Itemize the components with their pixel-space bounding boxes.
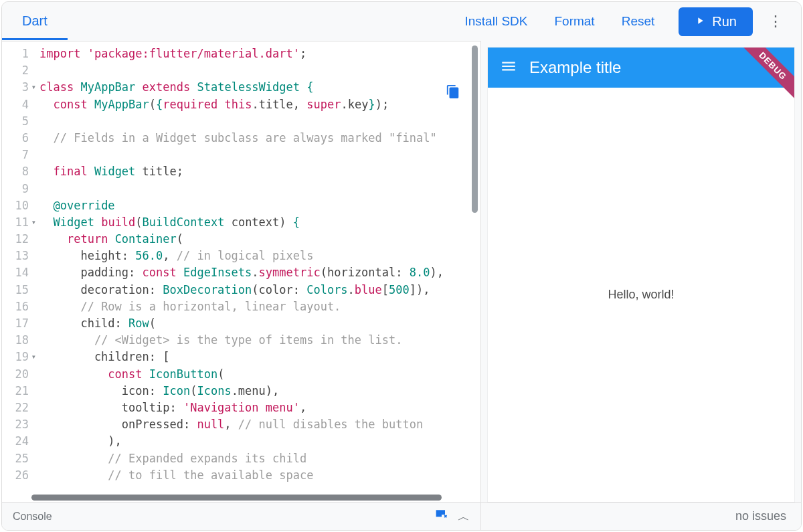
console-label: Console bbox=[13, 511, 426, 523]
line-number: 1 bbox=[2, 46, 29, 62]
line-number: 13 bbox=[2, 248, 29, 264]
line-number: 23 bbox=[2, 416, 29, 433]
overflow-menu-button[interactable]: ⋮ bbox=[762, 8, 789, 35]
app-preview: Example title Hello, world! DEBUG bbox=[488, 48, 794, 502]
code-line[interactable]: ), bbox=[39, 433, 480, 450]
line-number: 5 bbox=[2, 113, 29, 130]
chevron-up-icon: ︿ bbox=[458, 510, 470, 523]
line-number: 25 bbox=[2, 450, 29, 467]
toolbar: Dart Install SDK Format Reset Run ⋮ bbox=[2, 2, 801, 41]
line-number: 2 bbox=[2, 62, 29, 79]
code-line[interactable]: final Widget title; bbox=[39, 163, 480, 180]
line-number: 15 bbox=[2, 282, 29, 298]
more-vert-icon: ⋮ bbox=[768, 13, 783, 30]
line-number: 16 bbox=[2, 298, 29, 315]
code-line[interactable] bbox=[39, 147, 480, 163]
code-line[interactable]: // to fill the available space bbox=[39, 467, 480, 484]
code-line[interactable]: const IconButton( bbox=[39, 366, 480, 383]
copy-code-button[interactable] bbox=[446, 84, 460, 99]
code-line[interactable] bbox=[39, 181, 480, 197]
code-line[interactable]: padding: const EdgeInsets.symmetric(hori… bbox=[39, 264, 480, 281]
line-number: 21 bbox=[2, 383, 29, 400]
code-line[interactable]: children: [ bbox=[39, 349, 480, 365]
console-toggle-button[interactable]: ︿ bbox=[458, 509, 470, 525]
line-number: 19 bbox=[2, 349, 29, 365]
copy-icon bbox=[446, 90, 460, 101]
code-line[interactable]: return Container( bbox=[39, 231, 480, 248]
vertical-scrollbar[interactable] bbox=[472, 46, 478, 213]
tab-dart[interactable]: Dart bbox=[2, 3, 68, 40]
clear-icon bbox=[435, 511, 448, 524]
line-number: 18 bbox=[2, 332, 29, 349]
line-number: 22 bbox=[2, 400, 29, 416]
code-line[interactable]: icon: Icon(Icons.menu), bbox=[39, 383, 480, 400]
nav-menu-button[interactable] bbox=[500, 58, 517, 78]
preview-pane: Example title Hello, world! DEBUG no iss… bbox=[481, 41, 801, 530]
run-button-label: Run bbox=[712, 14, 737, 29]
line-number: 8 bbox=[2, 163, 29, 180]
code-line[interactable] bbox=[39, 62, 480, 79]
code-line[interactable]: // Fields in a Widget subclass are alway… bbox=[39, 130, 480, 147]
preview-body: Hello, world! bbox=[488, 88, 794, 502]
code-line[interactable]: // <Widget> is the type of items in the … bbox=[39, 332, 480, 349]
code-line[interactable] bbox=[39, 113, 480, 130]
code-line[interactable]: onPressed: null, // null disables the bu… bbox=[39, 416, 480, 433]
line-number: 10 bbox=[2, 197, 29, 214]
clear-console-button[interactable] bbox=[435, 508, 448, 525]
line-number: 6 bbox=[2, 130, 29, 147]
appbar-title: Example title bbox=[529, 58, 621, 77]
install-sdk-button[interactable]: Install SDK bbox=[454, 9, 538, 34]
code-line[interactable]: @override bbox=[39, 197, 480, 214]
code-line[interactable]: height: 56.0, // in logical pixels bbox=[39, 248, 480, 264]
console-bar: Console ︿ bbox=[2, 502, 480, 530]
code-line[interactable]: decoration: BoxDecoration(color: Colors.… bbox=[39, 282, 480, 298]
code-line[interactable]: // Expanded expands its child bbox=[39, 450, 480, 467]
line-number: 12 bbox=[2, 231, 29, 248]
status-text[interactable]: no issues bbox=[735, 509, 786, 523]
code-line[interactable]: const MyAppBar({required this.title, sup… bbox=[39, 96, 480, 113]
run-button[interactable]: Run bbox=[679, 7, 753, 36]
code-line[interactable]: tooltip: 'Navigation menu', bbox=[39, 400, 480, 416]
line-number: 11 bbox=[2, 214, 29, 231]
line-number: 24 bbox=[2, 433, 29, 450]
menu-icon bbox=[500, 66, 517, 77]
code-editor[interactable]: 1234567891011121314151617181920212223242… bbox=[2, 41, 480, 502]
preview-body-text: Hello, world! bbox=[608, 288, 674, 302]
line-number: 17 bbox=[2, 315, 29, 332]
code-line[interactable]: import 'package:flutter/material.dart'; bbox=[39, 46, 480, 62]
preview-appbar: Example title bbox=[488, 48, 794, 88]
code-line[interactable]: child: Row( bbox=[39, 315, 480, 332]
line-gutter: 1234567891011121314151617181920212223242… bbox=[2, 41, 31, 502]
line-number: 7 bbox=[2, 147, 29, 163]
format-button[interactable]: Format bbox=[543, 9, 605, 34]
code-line[interactable]: // Row is a horizontal, linear layout. bbox=[39, 298, 480, 315]
play-icon bbox=[695, 14, 705, 29]
line-number: 20 bbox=[2, 366, 29, 383]
status-bar: no issues bbox=[481, 502, 801, 530]
code-line[interactable]: class MyAppBar extends StatelessWidget { bbox=[39, 79, 480, 96]
code-area[interactable]: import 'package:flutter/material.dart'; … bbox=[31, 41, 480, 502]
line-number: 26 bbox=[2, 467, 29, 484]
line-number: 14 bbox=[2, 264, 29, 281]
code-line[interactable]: Widget build(BuildContext context) { bbox=[39, 214, 480, 231]
line-number: 4 bbox=[2, 96, 29, 113]
reset-button[interactable]: Reset bbox=[611, 9, 666, 34]
line-number: 9 bbox=[2, 181, 29, 197]
line-number: 3 bbox=[2, 79, 29, 96]
horizontal-scrollbar[interactable] bbox=[31, 495, 442, 501]
editor-pane: 1234567891011121314151617181920212223242… bbox=[2, 41, 481, 530]
